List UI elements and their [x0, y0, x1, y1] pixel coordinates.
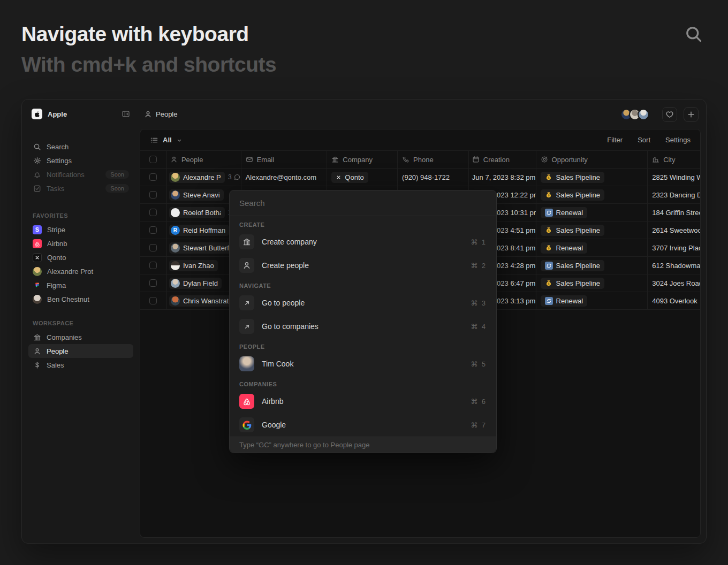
- column-header-email[interactable]: Email: [241, 151, 328, 168]
- city-value[interactable]: 612 Shadowmare: [652, 262, 700, 270]
- email-value[interactable]: Alexandre@qonto.com: [246, 173, 316, 181]
- column-header-city[interactable]: City: [648, 151, 700, 168]
- sidebar-item-companies[interactable]: Companies: [28, 330, 133, 344]
- palette-item-google[interactable]: Google ⌘ 7: [235, 413, 491, 437]
- city-value[interactable]: 184 Griffin Street: [652, 209, 700, 217]
- opportunity-chip[interactable]: Sales Pipeline: [541, 189, 604, 201]
- person-chip[interactable]: Alexandre Prot: [169, 172, 225, 183]
- sort-button[interactable]: Sort: [638, 136, 650, 144]
- sidebar-item-settings[interactable]: Settings: [28, 154, 133, 167]
- person-chip[interactable]: Dylan Field: [169, 278, 222, 289]
- sidebar-item-stripe[interactable]: S Stripe: [28, 223, 133, 236]
- person-chip[interactable]: Ivan Zhao: [169, 260, 218, 271]
- view-name: All: [163, 136, 172, 144]
- sidebar-item-figma[interactable]: Figma: [28, 278, 133, 292]
- row-checkbox[interactable]: [149, 297, 157, 304]
- sidebar-item-label: People: [47, 347, 68, 355]
- person-chip[interactable]: Roelof Botha: [169, 207, 225, 218]
- column-header-creation[interactable]: Creation: [469, 151, 536, 168]
- view-selector[interactable]: All: [150, 136, 183, 144]
- favorite-button[interactable]: [662, 107, 677, 122]
- column-header-company[interactable]: Company: [327, 151, 398, 168]
- opportunity-chip[interactable]: Renewal: [541, 207, 588, 218]
- sidebar-item-search[interactable]: Search: [28, 140, 133, 154]
- column-header-opportunity[interactable]: Opportunity: [536, 151, 648, 168]
- collapse-sidebar-icon[interactable]: [122, 110, 130, 118]
- shortcut-badge: ⌘ 1: [471, 238, 487, 246]
- city-value[interactable]: 2323 Dancing Dove: [652, 191, 700, 199]
- palette-search[interactable]: [230, 190, 496, 216]
- column-header-people[interactable]: People: [167, 151, 241, 168]
- workspace-switcher[interactable]: Apple: [28, 106, 133, 121]
- palette-item-tim-cook[interactable]: Tim Cook ⌘ 5: [235, 352, 491, 376]
- filter-button[interactable]: Filter: [607, 136, 623, 144]
- person-icon: [239, 258, 254, 273]
- person-icon: [33, 347, 41, 355]
- phone-value[interactable]: (920) 948-1722: [402, 173, 450, 181]
- phone-icon: [402, 156, 410, 163]
- building-icon: [239, 234, 254, 249]
- add-record-button[interactable]: [684, 107, 699, 122]
- select-all-checkbox[interactable]: [149, 156, 157, 163]
- city-value[interactable]: 3024 Joes Road: [652, 279, 700, 287]
- palette-item-go-to-people[interactable]: Go to people ⌘ 3: [235, 291, 491, 315]
- palette-item-go-to-companies[interactable]: Go to companies ⌘ 4: [235, 315, 491, 338]
- airbnb-logo-icon: [239, 394, 254, 409]
- row-checkbox[interactable]: [149, 279, 157, 287]
- page-title: Navigate with keyboard: [21, 22, 249, 46]
- creation-value[interactable]: Jun 7, 2023 8:32 pm: [472, 173, 536, 181]
- person-chip[interactable]: R Reid Hoffman: [169, 225, 229, 236]
- breadcrumb[interactable]: People: [144, 110, 177, 118]
- building-icon: [331, 156, 339, 163]
- row-checkbox[interactable]: [149, 191, 157, 198]
- opportunity-chip[interactable]: Renewal: [541, 242, 588, 254]
- palette-item-create-company[interactable]: Create company ⌘ 1: [235, 230, 491, 254]
- city-value[interactable]: 2825 Winding Way: [652, 173, 700, 181]
- city-value[interactable]: 4093 Overlook: [652, 297, 697, 305]
- city-value[interactable]: 3707 Irving Place: [652, 244, 700, 252]
- row-checkbox[interactable]: [149, 244, 157, 251]
- opportunity-chip[interactable]: Renewal: [541, 295, 588, 307]
- row-checkbox[interactable]: [149, 226, 157, 234]
- row-avatar: [171, 243, 180, 253]
- column-header-phone[interactable]: Phone: [398, 151, 469, 168]
- opportunity-chip[interactable]: Sales Pipeline: [541, 225, 604, 236]
- opportunity-chip[interactable]: Sales Pipeline: [541, 172, 604, 183]
- row-avatar: R: [171, 226, 180, 235]
- qonto-logo-icon: [336, 174, 342, 180]
- company-chip[interactable]: Qonto: [331, 172, 368, 183]
- chevron-down-icon: [176, 137, 183, 143]
- view-bar: All Filter Sort Settings: [140, 129, 700, 151]
- opportunity-chip[interactable]: Sales Pipeline: [541, 260, 604, 271]
- sidebar-item-airbnb[interactable]: Airbnb: [28, 236, 133, 250]
- table-row[interactable]: Alexandre Prot 3 Alexandre@qonto.com Qon…: [140, 169, 700, 186]
- settings-button[interactable]: Settings: [665, 136, 691, 144]
- favorites-section-label: FAVORITES: [28, 212, 133, 219]
- sidebar-item-ben-chestnut[interactable]: Ben Chestnut: [28, 292, 133, 306]
- sidebar-item-label: Alexandre Prot: [47, 268, 93, 276]
- palette-item-create-people[interactable]: Create people ⌘ 2: [235, 254, 491, 277]
- comment-count[interactable]: 3: [228, 173, 241, 181]
- palette-search-input[interactable]: [239, 198, 487, 208]
- sidebar-item-sales[interactable]: Sales: [28, 358, 133, 372]
- opportunity-chip[interactable]: Sales Pipeline: [541, 278, 604, 289]
- city-value[interactable]: 2614 Sweetwood: [652, 226, 700, 234]
- sidebar-item-qonto[interactable]: Qonto: [28, 250, 133, 264]
- search-icon[interactable]: [684, 25, 703, 44]
- row-checkbox[interactable]: [149, 173, 157, 181]
- money-bag-icon: [545, 279, 552, 287]
- arrow-up-right-icon: [239, 295, 254, 310]
- palette-item-airbnb[interactable]: Airbnb ⌘ 6: [235, 390, 491, 413]
- sidebar-item-people[interactable]: People: [28, 344, 133, 358]
- command-palette: CREATE Create company ⌘ 1 Create people …: [229, 190, 497, 453]
- person-chip[interactable]: Steve Anavi: [169, 189, 224, 201]
- shortcut-badge: ⌘ 5: [471, 360, 487, 368]
- member-avatars[interactable]: [620, 109, 649, 120]
- person-chip[interactable]: Chris Wanstrath: [169, 295, 237, 307]
- sidebar-item-alexandre-prot[interactable]: Alexandre Prot: [28, 264, 133, 278]
- search-icon: [33, 142, 41, 151]
- shortcut-badge: ⌘ 7: [471, 421, 487, 429]
- money-bag-icon: [545, 226, 552, 234]
- row-checkbox[interactable]: [149, 209, 157, 216]
- row-checkbox[interactable]: [149, 262, 157, 269]
